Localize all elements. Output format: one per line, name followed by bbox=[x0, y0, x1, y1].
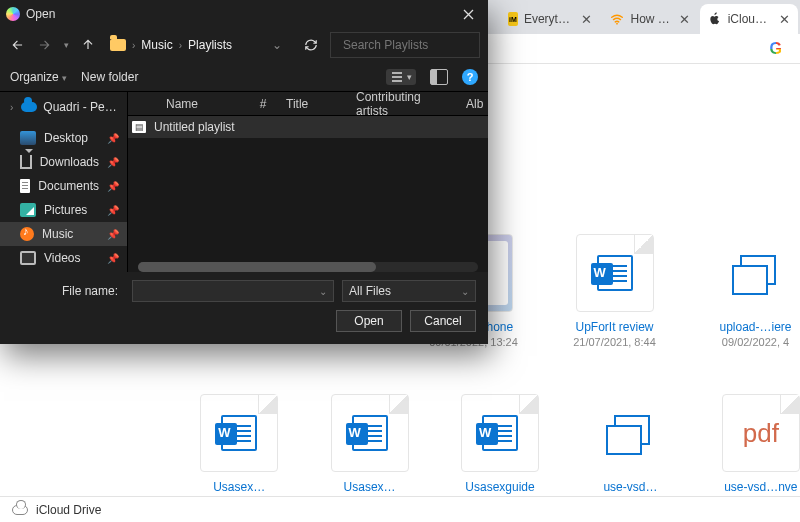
column-headers[interactable]: Name # Title Contributing artists Alb bbox=[128, 92, 488, 116]
dialog-titlebar[interactable]: Open bbox=[0, 0, 488, 28]
sidebar-item-videos[interactable]: Videos📌 bbox=[0, 246, 127, 270]
sidebar-item-label: Videos bbox=[44, 251, 80, 265]
file-name: upload-…iere bbox=[719, 320, 791, 334]
status-label: iCloud Drive bbox=[36, 503, 101, 517]
tab-label: iCloud Drive bbox=[728, 12, 773, 26]
sidebar-item-documents[interactable]: Documents📌 bbox=[0, 174, 127, 198]
pin-icon: 📌 bbox=[107, 205, 119, 216]
pin-icon: 📌 bbox=[107, 181, 119, 192]
file-name: Usasexguide Review bbox=[461, 480, 539, 496]
file-tile[interactable]: W Usasex…_Review 30/06/2021, 9:12 bbox=[200, 394, 278, 496]
file-name: use-vsd…nve 2 bbox=[722, 480, 800, 496]
open-button[interactable]: Open bbox=[336, 310, 402, 332]
col-artists[interactable]: Contributing artists bbox=[348, 90, 458, 118]
file-name: Usasex…_Review bbox=[200, 480, 278, 496]
file-name: use-vsd…video-1 bbox=[591, 480, 669, 496]
word-thumb: W bbox=[576, 234, 654, 312]
sidebar-item-label: Downloads bbox=[40, 155, 99, 169]
col-track[interactable]: # bbox=[248, 97, 278, 111]
file-tile[interactable]: pdf use-vsd…nve 2 20/11/2021, 7: bbox=[722, 394, 800, 496]
help-button[interactable]: ? bbox=[462, 69, 478, 85]
close-icon[interactable]: ✕ bbox=[779, 12, 790, 27]
sidebar-item-onedrive[interactable]: › Quadri - Persona bbox=[0, 94, 127, 120]
file-rows: ▤ Untitled playlist bbox=[128, 116, 488, 272]
sidebar-item-music[interactable]: Music📌 bbox=[0, 222, 127, 246]
filename-input[interactable]: ⌄ bbox=[132, 280, 334, 302]
organize-menu[interactable]: Organize ▾ bbox=[10, 70, 67, 84]
search-input[interactable] bbox=[343, 38, 493, 52]
file-name: Usasex…eview-1 bbox=[330, 480, 408, 496]
dialog-footer: File name: ⌄ All Files ⌄ Open Cancel bbox=[0, 272, 488, 344]
onedrive-icon bbox=[21, 102, 37, 112]
sidebar-item-pictures[interactable]: Pictures📌 bbox=[0, 198, 127, 222]
search-box[interactable] bbox=[330, 32, 480, 58]
google-icon[interactable]: G bbox=[770, 40, 782, 58]
word-thumb: W bbox=[200, 394, 278, 472]
close-icon[interactable]: ✕ bbox=[581, 12, 592, 27]
address-seg-music[interactable]: Music bbox=[141, 38, 172, 52]
status-bar: iCloud Drive bbox=[0, 496, 800, 522]
sidebar-item-label: Quadri - Persona bbox=[43, 100, 119, 114]
col-album[interactable]: Alb bbox=[458, 97, 488, 111]
cloud-icon bbox=[12, 505, 28, 515]
tab-everything[interactable]: iM Everything yo ✕ bbox=[500, 4, 600, 34]
horizontal-scrollbar[interactable] bbox=[138, 262, 478, 272]
music-icon bbox=[20, 227, 34, 241]
close-icon[interactable] bbox=[454, 3, 482, 25]
file-meta: 21/07/2021, 8:44 bbox=[573, 336, 656, 348]
tab-icloud[interactable]: iCloud Drive ✕ bbox=[700, 4, 798, 34]
filetype-select[interactable]: All Files ⌄ bbox=[342, 280, 476, 302]
pin-icon: 📌 bbox=[107, 229, 119, 240]
file-meta: 09/02/2022, 4 bbox=[722, 336, 789, 348]
refresh-button[interactable] bbox=[298, 32, 324, 58]
history-dropdown[interactable]: ▾ bbox=[60, 35, 72, 55]
dialog-toolbar: Organize ▾ New folder ▾ ? bbox=[0, 62, 488, 92]
sidebar: › Quadri - Persona Desktop📌 Downloads📌 D… bbox=[0, 92, 128, 272]
sidebar-item-downloads[interactable]: Downloads📌 bbox=[0, 150, 127, 174]
file-tile[interactable]: use-vsd…video-1 20/11/2021, 7:47 bbox=[591, 394, 669, 496]
file-tile[interactable]: W Usasex…eview-1 05/07/2021, 7:47 bbox=[330, 394, 408, 496]
file-tile[interactable]: W Usasexguide Review 29/06/2021, 10:47 bbox=[461, 394, 539, 496]
file-tile[interactable]: upload-…iere 09/02/2022, 4 bbox=[711, 234, 800, 348]
view-mode-button[interactable]: ▾ bbox=[386, 69, 416, 85]
chevron-down-icon[interactable]: ⌄ bbox=[461, 286, 469, 297]
chevron-right-icon[interactable]: › bbox=[8, 102, 15, 113]
dialog-body: › Quadri - Persona Desktop📌 Downloads📌 D… bbox=[0, 92, 488, 272]
address-dropdown[interactable]: ⌄ bbox=[268, 38, 286, 52]
address-bar[interactable]: › Music › Playlists ⌄ bbox=[104, 32, 292, 58]
chevron-down-icon[interactable]: ⌄ bbox=[319, 286, 327, 297]
list-item[interactable]: ▤ Untitled playlist bbox=[128, 116, 488, 138]
downloads-icon bbox=[20, 155, 32, 169]
forward-button[interactable] bbox=[34, 35, 54, 55]
sidebar-item-desktop[interactable]: Desktop📌 bbox=[0, 126, 127, 150]
file-list-pane: Name # Title Contributing artists Alb ▤ … bbox=[128, 92, 488, 272]
close-icon[interactable]: ✕ bbox=[679, 12, 690, 27]
folder-icon bbox=[110, 39, 126, 51]
chevron-right-icon: › bbox=[130, 40, 137, 51]
pin-icon: 📌 bbox=[107, 157, 119, 168]
preview-pane-button[interactable] bbox=[430, 69, 448, 85]
sidebar-item-label: Music bbox=[42, 227, 73, 241]
word-thumb: W bbox=[331, 394, 409, 472]
new-folder-button[interactable]: New folder bbox=[81, 70, 138, 84]
tab-howto[interactable]: How to Add ✕ bbox=[602, 4, 697, 34]
col-title[interactable]: Title bbox=[278, 97, 348, 111]
sidebar-item-label: Documents bbox=[38, 179, 99, 193]
apple-icon bbox=[708, 12, 722, 26]
svg-point-0 bbox=[617, 23, 619, 25]
chevron-right-icon: › bbox=[177, 40, 184, 51]
nav-row: ▾ › Music › Playlists ⌄ bbox=[0, 28, 488, 62]
stack-thumb bbox=[591, 394, 669, 472]
pdf-thumb: pdf bbox=[722, 394, 800, 472]
word-thumb: W bbox=[461, 394, 539, 472]
col-name[interactable]: Name bbox=[128, 97, 248, 111]
tab-label: Everything yo bbox=[524, 12, 576, 26]
app-icon bbox=[6, 7, 20, 21]
videos-icon bbox=[20, 251, 36, 265]
back-button[interactable] bbox=[8, 35, 28, 55]
up-button[interactable] bbox=[78, 35, 98, 55]
address-seg-playlists[interactable]: Playlists bbox=[188, 38, 232, 52]
file-tile[interactable]: W UpForIt review 21/07/2021, 8:44 bbox=[570, 234, 659, 348]
filename-label: File name: bbox=[12, 284, 124, 298]
cancel-button[interactable]: Cancel bbox=[410, 310, 476, 332]
